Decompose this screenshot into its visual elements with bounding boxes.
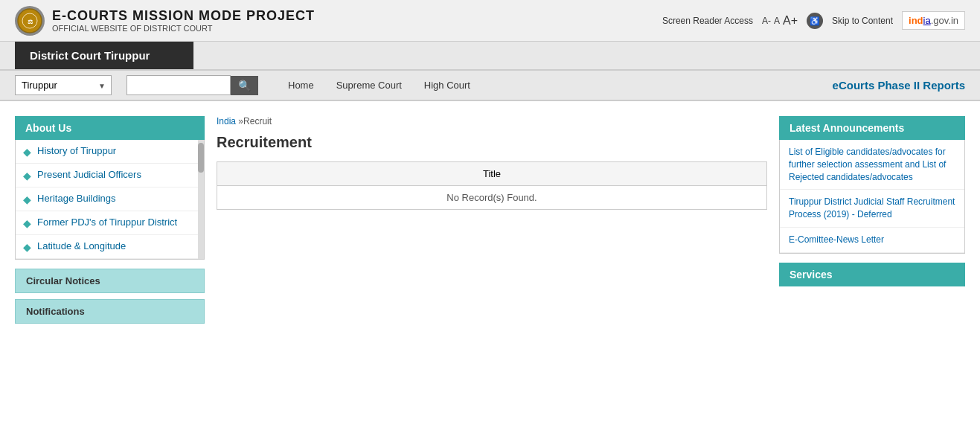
announcements-title: Latest Announcements [779,116,965,140]
search-input[interactable] [126,75,231,95]
screen-reader-label: Screen Reader Access [662,16,753,26]
accessibility-icon: ♿ [807,13,823,29]
header-subtitle: OFFICIAL WEBSITE OF DISTRICT COURT [52,24,315,33]
sidebar-item-former-pdj[interactable]: ◆ Former PDJ's of Tiruppur District [16,211,204,235]
sidebar: About Us ◆ History of Tiruppur ◆ Present… [15,116,205,354]
sidebar-item-heritage[interactable]: ◆ Heritage Buildings [16,187,204,211]
nav-high-court-link[interactable]: High Court [424,80,470,91]
font-decrease-button[interactable]: A- [762,16,771,26]
navbar: Tiruppur ▼ 🔍 Home Supreme Court High Cou… [0,69,980,101]
site-title-bar: District Court Tiruppur [15,42,193,69]
font-normal-button[interactable]: A [774,16,780,26]
announcement-item-0[interactable]: List of Eligible candidates/advocates fo… [780,140,964,190]
skip-to-content-link[interactable]: Skip to Content [832,16,893,26]
announcement-text-2: E-Comittee-News Letter [789,234,884,245]
district-select[interactable]: Tiruppur [15,75,112,95]
breadcrumb-current: Recruit [243,116,272,126]
sidebar-item-history[interactable]: ◆ History of Tiruppur [16,140,204,164]
site-logo: ⚖ [15,6,45,36]
svg-text:⚖: ⚖ [28,19,33,25]
announcement-item-2[interactable]: E-Comittee-News Letter [780,228,964,253]
header-right: Screen Reader Access A- A A+ ♿ Skip to C… [662,11,965,30]
diamond-icon-1: ◆ [23,170,31,182]
main-content: About Us ◆ History of Tiruppur ◆ Present… [0,101,980,354]
search-button[interactable]: 🔍 [231,76,258,95]
announcement-text-0: List of Eligible candidates/advocates fo… [789,147,946,182]
diamond-icon-0: ◆ [23,146,31,158]
sidebar-item-label-2: Heritage Buildings [37,193,116,204]
ecourts-phase-link[interactable]: eCourts Phase II Reports [833,79,965,92]
page-title: Recruitement [217,134,767,151]
sidebar-item-label-4: Latitude & Longitude [37,240,126,251]
sidebar-item-latitude[interactable]: ◆ Latitude & Longitude [16,235,204,259]
sidebar-item-present-judicial[interactable]: ◆ Present Judicial Officers [16,164,204,187]
breadcrumb-home-link[interactable]: India [217,116,236,126]
sidebar-items-list: ◆ History of Tiruppur ◆ Present Judicial… [15,140,205,260]
header-title-block: E-COURTS MISSION MODE PROJECT OFFICIAL W… [52,8,315,33]
circular-notices-section[interactable]: Circular Notices [15,269,205,293]
table-no-records: No Record(s) Found. [217,186,767,210]
font-controls: A- A A+ [762,14,798,28]
india-gov-logo: india.gov.in [902,11,965,30]
sidebar-scrollbar[interactable] [198,140,204,259]
breadcrumb: India »Recruit [217,116,767,126]
right-panel: Latest Announcements List of Eligible ca… [779,116,965,354]
sidebar-item-label-1: Present Judicial Officers [37,169,141,180]
diamond-icon-3: ◆ [23,217,31,229]
district-select-wrap: Tiruppur ▼ [15,75,112,95]
ecourts-link-wrap: eCourts Phase II Reports [833,79,965,92]
content-area: India »Recruit Recruitement Title No Rec… [217,116,767,354]
page-header: ⚖ E-COURTS MISSION MODE PROJECT OFFICIAL… [0,0,980,42]
india-gov-text: india.gov.in [909,15,958,26]
announcement-item-1[interactable]: Tiruppur District Judicial Staff Recruit… [780,190,964,228]
announcement-text-1: Tiruppur District Judicial Staff Recruit… [789,196,955,219]
nav-links: Home Supreme Court High Court [288,80,470,91]
nav-supreme-court-link[interactable]: Supreme Court [336,80,402,91]
notifications-section[interactable]: Notifications [15,299,205,324]
table-row: No Record(s) Found. [217,186,767,210]
nav-home-link[interactable]: Home [288,80,314,91]
services-title: Services [779,263,965,286]
diamond-icon-4: ◆ [23,241,31,253]
table-header-title: Title [217,162,767,186]
sidebar-item-label-0: History of Tiruppur [37,145,116,156]
breadcrumb-separator: » [236,116,243,126]
about-us-title: About Us [15,116,205,140]
announcements-list: List of Eligible candidates/advocates fo… [779,140,965,254]
diamond-icon-2: ◆ [23,193,31,205]
sidebar-scrollbar-thumb [198,143,204,173]
search-wrap: 🔍 [126,75,258,95]
recruitment-table: Title No Record(s) Found. [217,161,767,210]
header-left: ⚖ E-COURTS MISSION MODE PROJECT OFFICIAL… [15,6,315,36]
header-title: E-COURTS MISSION MODE PROJECT [52,8,315,24]
font-increase-button[interactable]: A+ [783,14,798,28]
sidebar-item-label-3: Former PDJ's of Tiruppur District [37,217,177,228]
